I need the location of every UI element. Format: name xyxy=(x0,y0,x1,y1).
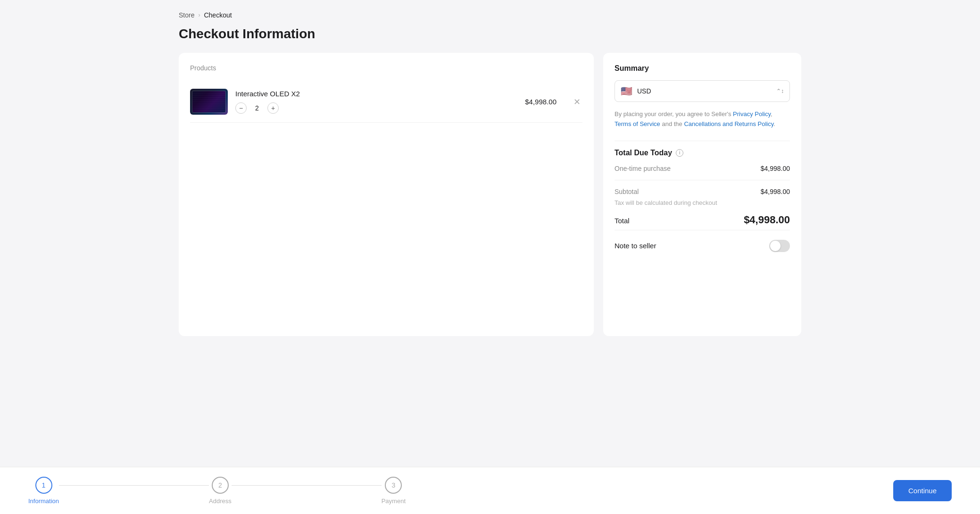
steps-wrapper: 1 Information 2 Address 3 Payment xyxy=(28,477,406,505)
product-info: Interactive OLED X2 − 2 + xyxy=(235,90,517,114)
quantity-increase-button[interactable]: + xyxy=(267,102,279,114)
step-address: 2 Address xyxy=(209,477,232,505)
product-image xyxy=(190,89,228,115)
divider-2 xyxy=(615,180,790,180)
step-1-label: Information xyxy=(28,497,59,505)
total-due-header: Total Due Today i xyxy=(615,149,790,157)
privacy-policy-link[interactable]: Privacy Policy xyxy=(733,110,771,118)
currency-selector[interactable]: 🇺🇸 USD ⌃↕ xyxy=(615,80,790,102)
product-price: $4,998.00 xyxy=(525,98,556,106)
policy-text: By placing your order, you agree to Sell… xyxy=(615,110,790,129)
note-toggle[interactable] xyxy=(769,240,790,252)
step-information: 1 Information xyxy=(28,477,59,505)
terms-link[interactable]: Terms of Service xyxy=(615,120,660,127)
cancellations-link[interactable]: Cancellations and Returns Policy xyxy=(684,120,773,127)
product-name: Interactive OLED X2 xyxy=(235,90,517,98)
step-payment: 3 Payment xyxy=(382,477,406,505)
quantity-decrease-button[interactable]: − xyxy=(235,102,247,114)
currency-flag: 🇺🇸 xyxy=(621,85,632,97)
step-3-label: Payment xyxy=(382,497,406,505)
note-label: Note to seller xyxy=(615,242,656,250)
quantity-control: − 2 + xyxy=(235,102,517,114)
currency-code: USD xyxy=(637,87,772,95)
info-icon[interactable]: i xyxy=(676,149,683,157)
total-label: Total xyxy=(615,217,630,225)
total-due-label: Total Due Today xyxy=(615,149,672,157)
step-2-label: Address xyxy=(209,497,232,505)
one-time-row: One-time purchase $4,998.00 xyxy=(615,165,790,172)
tax-note: Tax will be calculated during checkout xyxy=(615,199,790,206)
breadcrumb: Store › Checkout xyxy=(179,11,801,19)
step-1-circle: 1 xyxy=(35,477,52,494)
breadcrumb-separator: › xyxy=(198,12,200,18)
bottom-bar: 1 Information 2 Address 3 Payment Contin… xyxy=(0,467,980,514)
breadcrumb-current: Checkout xyxy=(204,11,232,19)
quantity-value: 2 xyxy=(252,104,262,112)
table-row: Interactive OLED X2 − 2 + $4,998.00 ✕ xyxy=(190,81,582,123)
products-card: Products Interactive OLED X2 − 2 + $4,99 xyxy=(179,53,594,336)
total-value: $4,998.00 xyxy=(744,214,790,226)
chevron-down-icon: ⌃↕ xyxy=(776,88,784,94)
breadcrumb-store[interactable]: Store xyxy=(179,11,194,19)
main-grid: Products Interactive OLED X2 − 2 + $4,99 xyxy=(179,53,801,336)
divider xyxy=(615,141,790,141)
subtotal-row: Subtotal $4,998.00 xyxy=(615,188,790,195)
continue-button[interactable]: Continue xyxy=(893,480,952,501)
summary-card: Summary 🇺🇸 USD ⌃↕ By placing your order,… xyxy=(603,53,801,336)
step-connector-2 xyxy=(232,485,382,486)
subtotal-value: $4,998.00 xyxy=(761,188,790,195)
page-title: Checkout Information xyxy=(179,26,801,42)
remove-product-button[interactable]: ✕ xyxy=(572,96,582,108)
one-time-label: One-time purchase xyxy=(615,165,671,172)
subtotal-label: Subtotal xyxy=(615,188,639,195)
step-2-circle: 2 xyxy=(212,477,229,494)
step-3-circle: 3 xyxy=(385,477,402,494)
products-label: Products xyxy=(190,64,582,72)
note-section: Note to seller xyxy=(615,230,790,252)
summary-title: Summary xyxy=(615,64,790,73)
total-row: Total $4,998.00 xyxy=(615,214,790,226)
step-connector-1 xyxy=(59,485,209,486)
one-time-value: $4,998.00 xyxy=(761,165,790,172)
